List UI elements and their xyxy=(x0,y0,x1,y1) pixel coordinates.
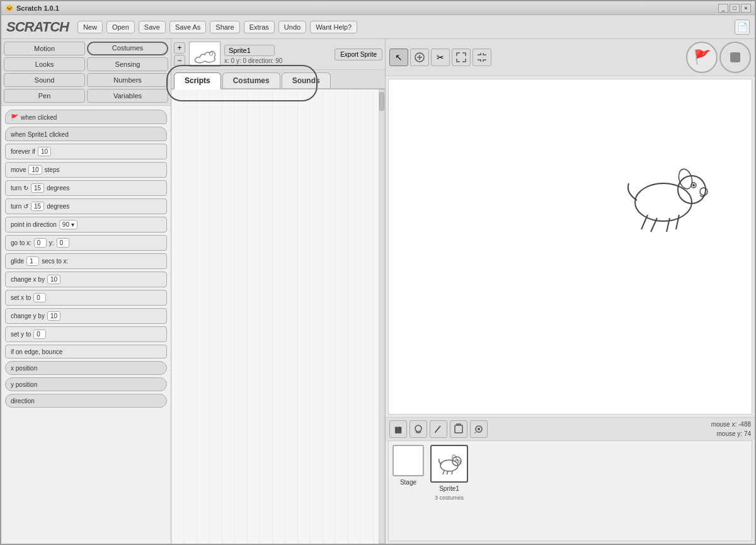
menu-bar: SCRATCH New Open Save Save As Share Extr… xyxy=(1,15,755,39)
tabs-container: Scripts Costumes Sounds xyxy=(171,70,385,89)
svg-line-14 xyxy=(676,215,679,229)
scroll-thumb[interactable] xyxy=(379,92,384,111)
cat-pen[interactable]: Pen xyxy=(4,89,85,103)
sprite-name-area: x: 0 y: 0 direction: 90 xyxy=(224,45,331,64)
save-button[interactable]: Save xyxy=(139,21,166,33)
block-xpos[interactable]: x position xyxy=(5,361,167,375)
block-change-x[interactable]: change x by 10 xyxy=(5,272,167,287)
edit-tools: ↖ ✂ xyxy=(389,49,491,66)
close-button[interactable]: × xyxy=(741,4,751,13)
svg-rect-17 xyxy=(455,425,462,433)
cat-variables[interactable]: Variables xyxy=(87,89,168,103)
category-area: Motion Costumes Looks Sensing Sound xyxy=(1,39,171,106)
app-icon: 🐱 xyxy=(5,4,14,12)
svg-rect-4 xyxy=(730,52,740,62)
window-title: Scratch 1.0.1 xyxy=(16,4,59,12)
category-grid: Motion Costumes Looks Sensing Sound xyxy=(4,42,168,103)
mouse-x-display: mouse x: -488 xyxy=(711,420,751,429)
stop-button[interactable] xyxy=(719,42,751,73)
block-forever-if[interactable]: forever if 10 xyxy=(5,144,167,159)
arrow-tool[interactable]: ↖ xyxy=(389,49,408,66)
middle-panel: + − x: 0 y: 0 direction: 90 Export Sprit… xyxy=(171,39,386,544)
minimize-button[interactable]: _ xyxy=(718,4,728,13)
block-turn-ccw[interactable]: turn ↺ 15 degrees xyxy=(5,198,167,214)
scratch-logo: SCRATCH xyxy=(6,19,69,35)
remove-sprite-button[interactable]: − xyxy=(174,55,185,66)
sprite-list: Stage xyxy=(388,440,752,541)
cat-motion[interactable]: Motion xyxy=(4,42,85,55)
title-bar-controls: _ □ × xyxy=(718,4,751,13)
main-window: 🐱 Scratch 1.0.1 _ □ × SCRATCH New Open S… xyxy=(0,0,756,545)
cat-costumes[interactable]: Costumes xyxy=(87,42,168,55)
svg-point-22 xyxy=(458,461,461,463)
tab-sounds[interactable]: Sounds xyxy=(282,72,331,88)
flag-icon: 🚩 xyxy=(11,114,18,121)
block-when-flag[interactable]: 🚩 when clicked xyxy=(5,110,167,124)
sprite-dog xyxy=(613,155,714,237)
title-bar: 🐱 Scratch 1.0.1 _ □ × xyxy=(1,1,755,15)
svg-line-25 xyxy=(443,471,444,474)
mouse-coords: mouse x: -488 mouse y: 74 xyxy=(711,420,751,439)
stage-toolbar: ↖ ✂ 🚩 xyxy=(386,39,755,76)
cut-tool[interactable]: ✂ xyxy=(431,49,450,66)
sprite-controls: + − xyxy=(174,42,185,66)
add-sprite-button[interactable]: + xyxy=(174,42,185,54)
flag-run-icon: 🚩 xyxy=(694,49,711,66)
block-set-y[interactable]: set y to 0 xyxy=(5,326,167,342)
sprite-name-input[interactable] xyxy=(224,45,275,56)
cat-numbers[interactable]: Numbers xyxy=(87,73,168,87)
scripts-scrollbar[interactable] xyxy=(379,89,385,544)
paint-new-button[interactable] xyxy=(430,420,447,438)
maximize-button[interactable]: □ xyxy=(730,4,740,13)
green-flag-button[interactable]: 🚩 xyxy=(686,42,718,73)
block-turn-cw[interactable]: turn ↻ 15 degrees xyxy=(5,180,167,196)
block-change-y[interactable]: change y by 10 xyxy=(5,308,167,324)
svg-point-19 xyxy=(478,428,480,430)
stage-canvas xyxy=(388,79,752,415)
mouse-y-display: mouse y: 74 xyxy=(711,429,751,439)
new-button[interactable]: New xyxy=(77,21,103,33)
notes-button[interactable]: 📄 xyxy=(735,20,750,35)
want-help-button[interactable]: Want Help? xyxy=(310,21,357,33)
cat-sensing[interactable]: Sensing xyxy=(87,57,168,71)
block-direction[interactable]: direction xyxy=(5,394,167,408)
sprite-coords: x: 0 y: 0 direction: 90 xyxy=(224,57,331,64)
undo-button[interactable]: Undo xyxy=(278,21,306,33)
block-glide[interactable]: glide 1 secs to x: xyxy=(5,253,167,269)
sprite-header: + − x: 0 y: 0 direction: 90 Export Sprit… xyxy=(171,39,385,70)
stage-view-button[interactable]: ▦ xyxy=(389,420,407,438)
sprite-thumbnail xyxy=(189,42,220,67)
stage-bottom-toolbar: ▦ mouse x: -488 xyxy=(386,417,755,440)
save-as-button[interactable]: Save As xyxy=(169,21,206,33)
share-button[interactable]: Share xyxy=(210,21,239,33)
grow-tool[interactable] xyxy=(452,49,471,66)
extras-button[interactable]: Extras xyxy=(244,21,275,33)
duplicate-tool[interactable] xyxy=(410,49,429,66)
block-set-x[interactable]: set x to 0 xyxy=(5,290,167,306)
block-bounce[interactable]: if on edge, bounce xyxy=(5,345,167,359)
block-ypos[interactable]: y position xyxy=(5,377,167,391)
svg-line-27 xyxy=(452,471,452,474)
sprite1-item[interactable]: Sprite1 3 costumes xyxy=(430,445,468,501)
cat-sound[interactable]: Sound xyxy=(4,73,85,87)
import-button[interactable] xyxy=(450,420,467,438)
export-sprite-button[interactable]: Export Sprite xyxy=(335,49,382,60)
tab-scripts[interactable]: Scripts xyxy=(174,72,221,89)
sprite1-label: Sprite1 xyxy=(439,485,459,492)
shrink-tool[interactable] xyxy=(472,49,491,66)
block-when-clicked[interactable]: when Sprite1 clicked xyxy=(5,127,167,141)
svg-point-5 xyxy=(635,183,692,221)
block-point-dir[interactable]: point in direction 90 ▾ xyxy=(5,217,167,232)
camera-button[interactable] xyxy=(470,420,488,438)
block-goto-xy[interactable]: go to x: 0 y: 0 xyxy=(5,235,167,251)
block-move[interactable]: move 10 steps xyxy=(5,162,167,178)
right-panel: ↖ ✂ 🚩 xyxy=(386,39,755,544)
svg-line-16 xyxy=(435,426,440,432)
svg-point-10 xyxy=(692,184,695,186)
cat-looks[interactable]: Looks xyxy=(4,57,85,71)
scripts-area[interactable] xyxy=(171,89,379,544)
tab-costumes[interactable]: Costumes xyxy=(222,72,280,88)
sprite-library-button[interactable] xyxy=(410,420,427,438)
open-button[interactable]: Open xyxy=(106,21,135,33)
stage-item[interactable]: Stage xyxy=(392,445,424,486)
